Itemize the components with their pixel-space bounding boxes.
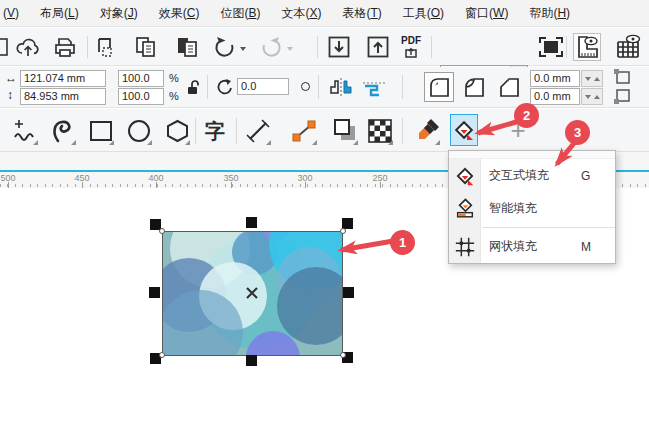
callout-badge-1: 1	[390, 230, 415, 255]
selection-handle[interactable]	[246, 355, 257, 366]
rectangle-tool[interactable]	[86, 114, 116, 147]
flyout-separator	[483, 227, 615, 228]
fill-tool-flyout: 交互式填充 G 智能填充 网状填充 M	[448, 150, 616, 264]
menu-bitmaps[interactable]: 位图(B)	[220, 5, 260, 22]
print-icon[interactable]	[52, 36, 78, 58]
percent-label: %	[169, 72, 179, 84]
corner-node[interactable]	[340, 352, 346, 358]
copy-icon[interactable]	[133, 36, 159, 58]
menu-text[interactable]: 文本(X)	[281, 5, 321, 22]
transparency-tool[interactable]	[365, 114, 395, 147]
export-icon[interactable]	[365, 35, 391, 59]
lock-ratio-icon[interactable]	[185, 78, 201, 96]
undo-dropdown-icon[interactable]	[239, 45, 247, 53]
corner-node[interactable]	[340, 228, 346, 234]
rotation-icon	[214, 77, 234, 97]
mesh-fill-icon	[449, 236, 481, 258]
toolbox-separator	[195, 118, 196, 144]
object-width-field[interactable]: 121.074 mm	[20, 70, 106, 87]
menu-view[interactable]: (V)	[3, 6, 19, 20]
curve-tool[interactable]	[48, 114, 78, 147]
freehand-tool[interactable]	[10, 114, 40, 147]
menu-effects[interactable]: 效果(C)	[159, 5, 200, 22]
polygon-tool[interactable]	[162, 114, 192, 147]
fullscreen-preview-icon[interactable]	[537, 36, 565, 58]
menu-object[interactable]: 对象(J)	[100, 5, 138, 22]
percent-label: %	[169, 90, 179, 102]
menu-window[interactable]: 窗口(W)	[465, 5, 508, 22]
toolbar-separator	[566, 36, 567, 58]
object-center-marker[interactable]	[244, 285, 260, 301]
flyout-item-label: 网状填充	[481, 238, 581, 255]
menu-table[interactable]: 表格(T)	[342, 5, 381, 22]
toolbox-separator	[402, 118, 403, 144]
corner-node[interactable]	[159, 352, 165, 358]
toolbox-separator	[236, 118, 237, 144]
smart-fill-icon	[449, 198, 481, 220]
coreldraw-window: { "menu": { "items": [ {"pre":"(","key":…	[0, 0, 649, 424]
menu-bar: (V) 布局(L) 对象(J) 效果(C) 位图(B) 文本(X) 表格(T) …	[0, 0, 649, 27]
interactive-fill-icon	[449, 165, 481, 187]
text-tool[interactable]: 字	[200, 114, 230, 147]
degree-icon	[301, 82, 310, 91]
import-icon[interactable]	[326, 35, 352, 59]
flyout-item-label: 交互式填充	[481, 167, 581, 184]
corner-radius-field-1[interactable]: 0.0 mm	[530, 70, 580, 87]
rotation-angle-field[interactable]: 0.0	[237, 78, 289, 95]
flyout-item-interactive-fill[interactable]: 交互式填充 G	[449, 159, 615, 192]
object-width-icon: ↔	[5, 71, 17, 85]
dimension-tool[interactable]	[243, 114, 273, 147]
scale-h-field[interactable]: 100.0	[118, 70, 164, 87]
object-height-field[interactable]: 84.953 mm	[20, 88, 106, 105]
link-corners-icon-2[interactable]	[612, 87, 632, 105]
flyout-item-smart-fill[interactable]: 智能填充	[449, 192, 615, 225]
menu-help[interactable]: 帮助(H)	[529, 5, 570, 22]
corner-node[interactable]	[159, 228, 165, 234]
redo-dropdown-icon[interactable]	[286, 45, 294, 53]
selection-handle[interactable]	[343, 287, 354, 298]
property-bar: ↔ ↕ 121.074 mm 84.953 mm 100.0 100.0 % %…	[0, 67, 649, 108]
cloud-upload-icon[interactable]	[14, 35, 42, 59]
toolbar-separator	[87, 36, 88, 58]
propbar-separator	[402, 75, 403, 99]
mirror-horizontal-icon[interactable]	[327, 76, 355, 98]
propbar-separator	[207, 75, 208, 99]
scalloped-corner-button[interactable]	[459, 72, 489, 102]
flyout-item-mesh-fill[interactable]: 网状填充 M	[449, 230, 615, 263]
toolbar-separator	[317, 36, 318, 58]
scale-v-field[interactable]: 100.0	[118, 88, 164, 105]
publish-pdf-icon[interactable]: PDF	[396, 34, 426, 60]
flyout-drag-handle[interactable]	[449, 151, 615, 159]
menu-tools[interactable]: 工具(O)	[403, 5, 444, 22]
corner-radius-field-2[interactable]: 0.0 mm	[530, 88, 580, 105]
menu-layout[interactable]: 布局(L)	[40, 5, 79, 22]
show-rulers-icon[interactable]	[573, 33, 601, 61]
link-corners-icon-1[interactable]	[612, 68, 632, 86]
drop-shadow-tool[interactable]	[330, 114, 360, 147]
round-corner-button[interactable]	[424, 72, 454, 102]
toolbar-separator	[431, 36, 432, 58]
radius-spinner-1[interactable]	[581, 70, 603, 87]
cut-icon[interactable]	[94, 36, 118, 58]
ellipse-tool[interactable]	[124, 114, 154, 147]
mirror-vertical-icon[interactable]	[360, 76, 388, 98]
callout-badge-2: 2	[514, 103, 539, 128]
redo-button[interactable]	[259, 36, 283, 58]
propbar-separator	[318, 75, 319, 99]
undo-button[interactable]	[213, 36, 237, 58]
flyout-item-shortcut: G	[581, 169, 615, 183]
standard-toolbar: PDF 40%	[0, 28, 649, 66]
interactive-fill-tool[interactable]	[450, 114, 478, 146]
callout-badge-3: 3	[565, 120, 590, 145]
connector-tool[interactable]	[289, 114, 319, 147]
object-height-icon: ↕	[7, 88, 13, 102]
flyout-item-label: 智能填充	[481, 200, 581, 217]
selection-handle[interactable]	[149, 287, 160, 298]
paste-icon[interactable]	[174, 36, 200, 58]
color-eyedropper-tool[interactable]	[412, 114, 442, 147]
chamfered-corner-button[interactable]	[494, 72, 524, 102]
save-icon[interactable]	[0, 37, 8, 57]
selection-handle[interactable]	[246, 217, 257, 228]
show-grid-icon[interactable]	[613, 33, 643, 61]
radius-spinner-2[interactable]	[581, 88, 603, 105]
